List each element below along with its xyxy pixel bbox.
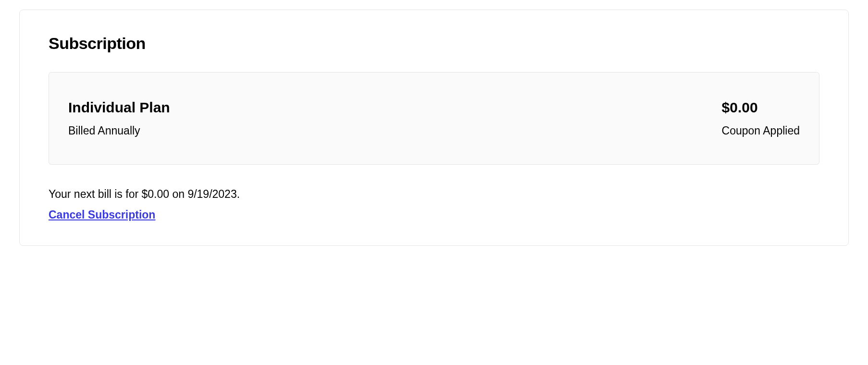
plan-coupon-status: Coupon Applied	[722, 124, 800, 137]
subscription-card: Subscription Individual Plan Billed Annu…	[19, 10, 849, 246]
subscription-heading: Subscription	[49, 34, 819, 53]
plan-right: $0.00 Coupon Applied	[722, 99, 800, 137]
plan-name: Individual Plan	[68, 99, 170, 116]
plan-left: Individual Plan Billed Annually	[68, 99, 170, 137]
plan-billing-cycle: Billed Annually	[68, 124, 170, 137]
plan-box: Individual Plan Billed Annually $0.00 Co…	[49, 72, 819, 165]
plan-price: $0.00	[722, 99, 758, 116]
next-bill-text: Your next bill is for $0.00 on 9/19/2023…	[49, 188, 819, 201]
cancel-subscription-link[interactable]: Cancel Subscription	[49, 208, 155, 221]
